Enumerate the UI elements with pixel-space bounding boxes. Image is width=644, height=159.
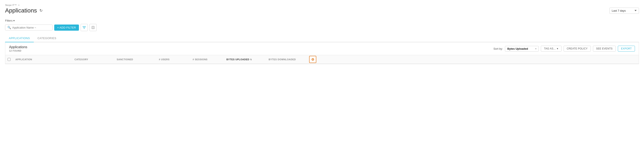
table-count: 12 FOUND bbox=[9, 50, 27, 52]
export-button[interactable]: EXPORT bbox=[618, 46, 635, 52]
search-input[interactable] bbox=[12, 26, 50, 29]
breadcrumb-sep: > bbox=[18, 4, 20, 6]
select-all-col[interactable] bbox=[5, 55, 13, 64]
filters-row: 🔍 + ADD FILTER bbox=[5, 24, 639, 31]
page-title-wrap: Applications ↻ bbox=[5, 7, 43, 14]
sort-by-label: Sort by: bbox=[493, 47, 503, 50]
col-header-category[interactable]: CATEGORY bbox=[72, 55, 114, 64]
select-all-checkbox[interactable] bbox=[8, 58, 10, 61]
column-headers: APPLICATION CATEGORY SANCTIONED # USERS … bbox=[5, 55, 639, 64]
time-range-select[interactable]: Last 7 days Last 30 days Last 90 days Cu… bbox=[610, 8, 639, 14]
col-header-bytes-uploaded[interactable]: BYTES UPLOADED ⇅ bbox=[224, 55, 266, 64]
filters-text: Filters bbox=[5, 19, 12, 22]
page-wrapper: Skope IT™ > Applications ↻ Last 7 days L… bbox=[0, 0, 644, 64]
table-section: Applications 12 FOUND Sort by: Bytes Upl… bbox=[5, 42, 639, 64]
col-header-sanctioned[interactable]: SANCTIONED bbox=[114, 55, 156, 64]
page-title: Applications bbox=[5, 7, 37, 14]
gear-icon: ⚙ bbox=[311, 58, 314, 62]
refresh-icon[interactable]: ↻ bbox=[39, 9, 43, 13]
tab-categories[interactable]: CATEGORIES bbox=[34, 35, 60, 42]
create-policy-button[interactable]: CREATE POLICY bbox=[564, 46, 591, 52]
svg-rect-1 bbox=[92, 26, 94, 27]
save-icon bbox=[91, 26, 95, 29]
tab-applications[interactable]: APPLICATIONS bbox=[5, 35, 34, 42]
col-header-application[interactable]: APPLICATION bbox=[13, 55, 72, 64]
search-icon: 🔍 bbox=[8, 26, 11, 29]
tag-as-button[interactable]: TAG AS... ▾ bbox=[541, 46, 561, 52]
filter-view-button[interactable] bbox=[80, 24, 88, 31]
see-events-button[interactable]: SEE EVENTS bbox=[593, 46, 616, 52]
col-header-bytes-downloaded[interactable]: BYTES DOWNLOADED bbox=[266, 55, 308, 64]
bytes-uploaded-sort-icon: ⇅ bbox=[250, 58, 252, 61]
filters-caret: ▾ bbox=[13, 19, 15, 22]
breadcrumb: Skope IT™ > bbox=[5, 4, 639, 6]
add-filter-button[interactable]: + ADD FILTER bbox=[54, 25, 79, 31]
table-title-wrap: Applications 12 FOUND bbox=[9, 45, 27, 52]
sort-value: Bytes Uploaded bbox=[507, 47, 534, 50]
page-header: Applications ↻ Last 7 days Last 30 days … bbox=[5, 7, 639, 14]
col-header-gear: ⚙ bbox=[308, 55, 318, 64]
tabs-row: APPLICATIONS CATEGORIES bbox=[5, 35, 639, 42]
filters-label[interactable]: Filters ▾ bbox=[5, 19, 639, 22]
table-actions: Sort by: Bytes Uploaded ▾ TAG AS... ▾ CR… bbox=[493, 46, 635, 52]
sort-caret-icon: ▾ bbox=[535, 48, 536, 50]
sort-select[interactable]: Bytes Uploaded ▾ bbox=[505, 46, 539, 52]
svg-rect-2 bbox=[92, 28, 94, 29]
col-header-sessions[interactable]: # SESSIONS bbox=[190, 55, 224, 64]
col-header-users[interactable]: # USERS bbox=[156, 55, 190, 64]
save-filter-button[interactable] bbox=[90, 24, 97, 31]
table-title: Applications bbox=[9, 45, 27, 49]
table-header-bar: Applications 12 FOUND Sort by: Bytes Upl… bbox=[5, 42, 639, 55]
search-input-wrap[interactable]: 🔍 bbox=[5, 25, 52, 31]
breadcrumb-skopeit[interactable]: Skope IT™ bbox=[5, 4, 17, 6]
filter-icon bbox=[82, 26, 86, 29]
filters-section: Filters ▾ 🔍 + ADD FILTER bbox=[5, 19, 639, 31]
column-settings-button[interactable]: ⚙ bbox=[309, 56, 316, 63]
tag-caret-icon: ▾ bbox=[557, 47, 558, 50]
